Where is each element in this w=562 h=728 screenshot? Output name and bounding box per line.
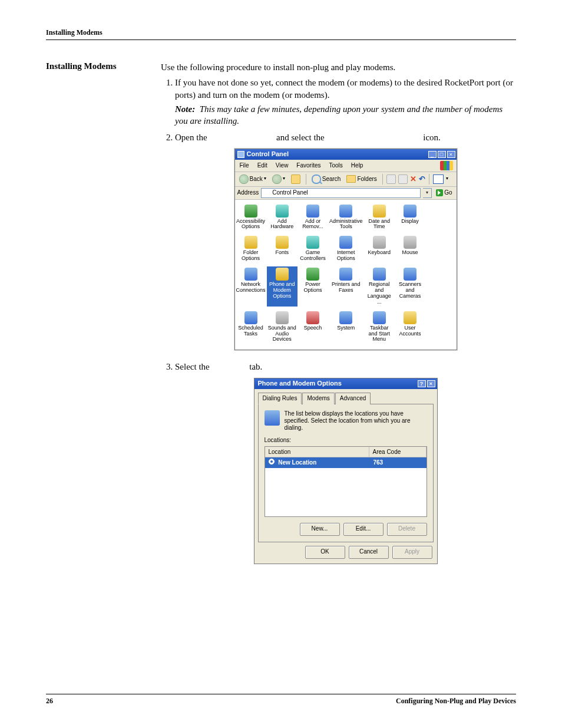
delete-button[interactable]: Delete <box>387 523 427 536</box>
cp-item[interactable]: System <box>328 310 364 344</box>
cp-item[interactable]: Accessibility Options <box>235 203 267 232</box>
menu-view[interactable]: View <box>275 161 290 170</box>
row-location-name: New Location <box>278 459 316 466</box>
cp-item[interactable]: Add Hardware <box>267 203 297 232</box>
window-title: Control Panel <box>247 150 428 159</box>
cp-item[interactable]: Taskbar and Start Menu <box>364 310 395 344</box>
cp-item[interactable]: Speech <box>297 310 328 344</box>
page-number: 26 <box>46 697 53 706</box>
locations-list[interactable]: Location Area Code New Location 763 <box>265 446 427 517</box>
step-2: Open the and select the icon. Control Pa… <box>175 131 516 350</box>
cp-item-label: Speech <box>298 325 328 331</box>
menu-favorites[interactable]: Favorites <box>295 161 322 170</box>
separator <box>429 174 429 185</box>
cp-item-label: Add Hardware <box>267 219 297 230</box>
separator <box>306 174 306 185</box>
ok-button[interactable]: OK <box>305 546 345 559</box>
window-titlebar[interactable]: Control Panel _ □ × <box>235 149 457 160</box>
cp-item[interactable]: Phone and Modem Options <box>267 266 297 307</box>
forward-button[interactable]: ▾ <box>270 174 287 185</box>
cp-item[interactable]: User Accounts <box>395 310 425 344</box>
phone-modem-dialog: Phone and Modem Options ? × Dialing Rule… <box>254 378 438 564</box>
back-button[interactable]: Back ▾ <box>237 174 268 185</box>
step-2-a: Open the <box>175 133 207 142</box>
cp-item-icon <box>404 236 416 249</box>
cp-item-label: System <box>329 325 363 331</box>
cp-item-label: Scheduled Tasks <box>236 325 266 337</box>
app-icon <box>237 151 244 158</box>
cp-item[interactable]: Mouse <box>395 235 425 263</box>
apply-button[interactable]: Apply <box>392 546 432 559</box>
cp-item[interactable]: Regional and Language ... <box>364 266 395 307</box>
new-button[interactable]: New... <box>300 523 340 536</box>
search-label: Search <box>322 175 341 183</box>
cp-item-label: Sounds and Audio Devices <box>267 325 297 343</box>
delete-icon[interactable]: ✕ <box>410 175 416 183</box>
menu-file[interactable]: File <box>239 161 250 170</box>
cp-item[interactable]: Printers and Faxes <box>328 266 364 307</box>
close-button[interactable]: × <box>447 151 455 158</box>
minimize-button[interactable]: _ <box>428 151 437 158</box>
cp-item[interactable]: Folder Options <box>235 235 267 263</box>
cp-item[interactable]: Internet Options <box>328 235 364 263</box>
move-to-icon[interactable] <box>386 174 396 184</box>
go-button[interactable]: Go <box>434 189 454 197</box>
dropdown-icon[interactable]: ▾ <box>264 176 266 182</box>
cp-item-label: User Accounts <box>395 325 425 337</box>
dropdown-icon[interactable]: ▾ <box>283 176 285 182</box>
address-input[interactable]: Control Panel <box>261 188 421 198</box>
cp-item[interactable]: Date and Time <box>364 203 395 232</box>
back-label: Back <box>250 175 263 183</box>
close-button[interactable]: × <box>427 380 435 387</box>
menubar[interactable]: File Edit View Favorites Tools Help <box>235 160 457 172</box>
help-button[interactable]: ? <box>418 380 426 387</box>
dialog-title: Phone and Modem Options <box>258 379 418 388</box>
cp-item[interactable]: Network Connections <box>235 266 267 307</box>
cp-item-icon <box>339 311 352 324</box>
undo-icon[interactable]: ↶ <box>419 175 425 183</box>
menu-tools[interactable]: Tools <box>328 161 343 170</box>
search-icon <box>312 174 321 184</box>
dropdown-icon[interactable]: ▾ <box>446 176 448 182</box>
cp-item-icon <box>244 236 257 249</box>
menu-help[interactable]: Help <box>350 161 365 170</box>
edit-button[interactable]: Edit... <box>343 523 384 536</box>
cp-item[interactable]: Administrative Tools <box>328 203 364 232</box>
folders-button[interactable]: Folders <box>345 174 378 184</box>
tab-modems[interactable]: Modems <box>302 393 334 405</box>
cancel-button[interactable]: Cancel <box>349 546 389 559</box>
cp-item-label: Taskbar and Start Menu <box>365 325 394 343</box>
cp-item[interactable]: Fonts <box>267 235 297 263</box>
up-button[interactable] <box>289 174 302 185</box>
tab-dialing-rules[interactable]: Dialing Rules <box>258 393 302 405</box>
tab-advanced[interactable]: Advanced <box>335 393 371 405</box>
control-panel-icon <box>263 190 270 196</box>
location-row[interactable]: New Location 763 <box>265 457 427 468</box>
cp-item-label: Game Controllers <box>298 250 328 262</box>
maximize-button[interactable]: □ <box>438 151 446 158</box>
icon-grid: Accessibility OptionsAdd HardwareAdd or … <box>235 203 457 344</box>
search-button[interactable]: Search <box>310 174 343 185</box>
cp-item[interactable]: Add or Remov... <box>297 203 328 232</box>
cp-item[interactable]: Game Controllers <box>297 235 328 263</box>
cp-item-label: Printers and Faxes <box>329 282 363 294</box>
intro-text: Use the following procedure to install n… <box>161 61 516 73</box>
column-location[interactable]: Location <box>265 447 369 457</box>
cp-item[interactable]: Scheduled Tasks <box>235 310 267 344</box>
cp-item[interactable]: Power Options <box>297 266 328 307</box>
cp-item[interactable]: Sounds and Audio Devices <box>267 310 297 344</box>
step-1-text: If you have not done so yet, connect the… <box>175 78 513 99</box>
copy-to-icon[interactable] <box>398 174 408 184</box>
column-area-code[interactable]: Area Code <box>369 447 427 457</box>
dialog-titlebar[interactable]: Phone and Modem Options ? × <box>254 378 437 389</box>
cp-item[interactable]: Scanners and Cameras <box>395 266 425 307</box>
cp-item-icon <box>276 205 289 218</box>
cp-item-icon <box>244 268 257 281</box>
menu-edit[interactable]: Edit <box>256 161 269 170</box>
address-dropdown[interactable]: ▾ <box>423 188 432 198</box>
cp-item-icon <box>373 236 386 249</box>
views-icon[interactable] <box>433 174 444 184</box>
cp-item-icon <box>306 236 319 249</box>
cp-item[interactable]: Display <box>395 203 425 232</box>
cp-item[interactable]: Keyboard <box>364 235 395 263</box>
